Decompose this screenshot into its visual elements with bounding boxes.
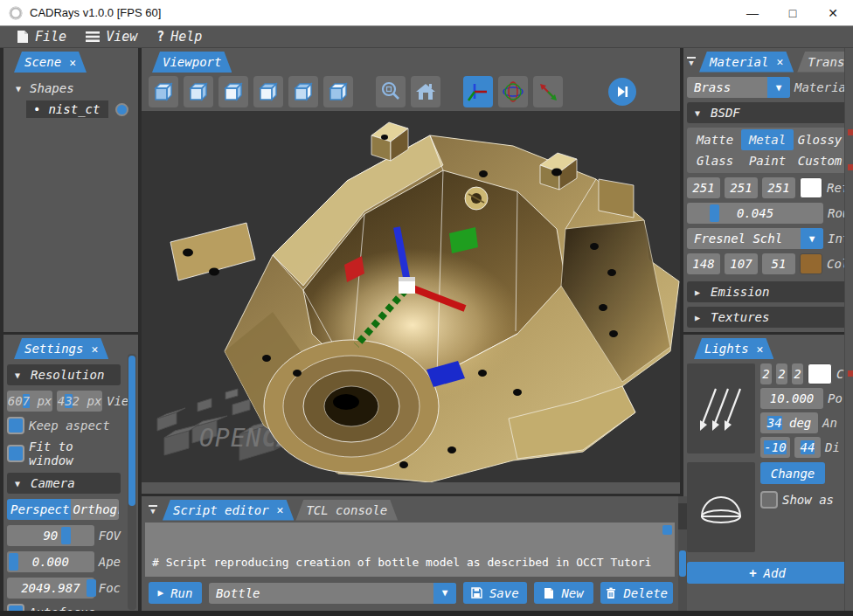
light-color-g-input[interactable]: 2: [776, 363, 787, 384]
light-power-input[interactable]: 10.000: [760, 388, 823, 409]
close-icon[interactable]: ✕: [277, 503, 284, 516]
base-color-swatch[interactable]: [800, 253, 822, 274]
material-preset-select[interactable]: Brass ▼: [687, 77, 790, 98]
visibility-toggle[interactable]: [115, 103, 128, 116]
tree-node-shapes[interactable]: ▼ Shapes: [16, 81, 133, 95]
tab-viewport[interactable]: Viewport: [152, 52, 232, 73]
slider-handle[interactable]: [9, 553, 18, 571]
interface-select[interactable]: Fresnel Schl ▼: [687, 228, 823, 249]
script-select[interactable]: Bottle ▼: [209, 583, 456, 604]
tab-lights[interactable]: Lights ✕: [694, 338, 773, 359]
home-view-button[interactable]: [411, 76, 440, 107]
add-light-button[interactable]: + Add: [687, 562, 848, 584]
light-angle-input[interactable]: 34 deg: [760, 412, 818, 433]
focal-slider[interactable]: 2049.987: [7, 578, 94, 599]
new-button[interactable]: New: [534, 582, 594, 604]
close-icon[interactable]: ✕: [757, 343, 764, 356]
directional-light-preview[interactable]: [687, 363, 755, 453]
projection-toggle[interactable]: Perspect Orthogra: [7, 499, 119, 520]
delete-button[interactable]: Delete: [600, 582, 673, 604]
resolution-height-input[interactable]: 432 px: [57, 391, 102, 412]
sidebar-scrollbar[interactable]: [678, 496, 687, 611]
chevron-down-icon[interactable]: ▼: [767, 77, 790, 98]
minimize-button[interactable]: —: [732, 0, 773, 25]
scrollbar-thumb[interactable]: [128, 356, 135, 506]
bsdf-type-metal[interactable]: Metal: [741, 129, 794, 150]
tree-node-shape[interactable]: • nist_ct: [26, 100, 133, 118]
projection-perspective[interactable]: Perspect: [7, 499, 71, 520]
menu-help[interactable]: ? Help: [149, 26, 210, 47]
view-cube-back-button[interactable]: [184, 76, 213, 107]
projection-orthographic[interactable]: Orthogra: [71, 499, 119, 520]
light-color-swatch[interactable]: [808, 363, 832, 384]
color-g-input[interactable]: 107: [725, 253, 758, 274]
script-code-area[interactable]: # Script reproducing creation of bottle …: [145, 523, 675, 577]
menu-view[interactable]: View: [78, 26, 145, 47]
light-dir-x-input[interactable]: -10: [760, 437, 790, 458]
render-view-3d[interactable]: OPENCASCADE: [142, 111, 680, 482]
collapse-panel-icon[interactable]: ▼: [687, 54, 696, 70]
section-resolution[interactable]: ▼ Resolution: [7, 364, 121, 385]
color-r-input[interactable]: 148: [687, 253, 720, 274]
section-camera[interactable]: ▼ Camera: [7, 473, 121, 494]
view-cube-bottom-button[interactable]: [323, 76, 353, 107]
maximize-button[interactable]: □: [773, 0, 813, 25]
view-cube-top-button[interactable]: [288, 76, 318, 107]
close-button[interactable]: ✕: [813, 0, 853, 25]
zoom-fit-button[interactable]: [376, 76, 406, 107]
tab-script-editor[interactable]: Script editor ✕: [163, 500, 294, 521]
reflect-color-swatch[interactable]: [800, 177, 822, 198]
roughness-slider[interactable]: 0.045: [687, 203, 823, 224]
slider-handle[interactable]: [61, 527, 71, 544]
section-emission[interactable]: ▶ Emission: [687, 281, 848, 302]
bsdf-type-glossy[interactable]: Glossy: [794, 129, 846, 150]
fov-slider[interactable]: 90: [7, 525, 94, 546]
chevron-down-icon[interactable]: ▼: [801, 228, 823, 249]
collapse-panel-icon[interactable]: ▼: [145, 502, 161, 518]
show-as-checkbox[interactable]: [760, 491, 778, 509]
light-entry-environment[interactable]: Change Show as: [687, 462, 853, 552]
bsdf-type-paint[interactable]: Paint: [741, 150, 794, 171]
save-button[interactable]: Save: [463, 582, 527, 604]
light-color-b-input[interactable]: 2: [792, 363, 803, 384]
resolution-width-input[interactable]: 607 px: [7, 391, 52, 412]
close-icon[interactable]: ✕: [91, 343, 98, 356]
section-textures[interactable]: ▶ Textures: [687, 307, 848, 328]
manipulator-button[interactable]: [533, 76, 563, 107]
change-environment-button[interactable]: Change: [760, 462, 825, 484]
chevron-down-icon[interactable]: ▼: [16, 84, 21, 93]
scrollbar-thumb[interactable]: [679, 550, 686, 577]
reflect-b-input[interactable]: 251: [762, 177, 795, 198]
trihedron-toggle-button[interactable]: [463, 76, 493, 107]
settings-scrollbar[interactable]: [128, 354, 136, 610]
rotate-gimbal-button[interactable]: [498, 76, 528, 107]
bsdf-type-glass[interactable]: Glass: [689, 150, 741, 171]
menu-file[interactable]: File: [9, 26, 74, 47]
aperture-slider[interactable]: 0.000: [7, 551, 94, 572]
close-icon[interactable]: ✕: [69, 56, 76, 69]
slider-handle[interactable]: [87, 579, 96, 597]
light-entry-directional[interactable]: 2 2 2 Co 10.000 Po 34 deg An -10 44: [687, 363, 853, 458]
code-scrollbar-thumb[interactable]: [662, 525, 672, 535]
reflect-g-input[interactable]: 251: [725, 177, 758, 198]
run-button[interactable]: ▶ Run: [149, 582, 202, 604]
color-b-input[interactable]: 51: [762, 253, 795, 274]
tab-settings[interactable]: Settings ✕: [14, 338, 108, 359]
view-cube-left-button[interactable]: [218, 76, 248, 107]
keep-aspect-checkbox[interactable]: [7, 417, 24, 434]
fit-to-window-checkbox[interactable]: [7, 445, 24, 462]
view-cube-front-button[interactable]: [149, 76, 178, 107]
tab-scene[interactable]: Scene ✕: [14, 52, 87, 73]
light-color-r-input[interactable]: 2: [760, 363, 772, 384]
environment-light-preview[interactable]: [687, 462, 755, 552]
close-icon[interactable]: ✕: [776, 55, 783, 68]
reflect-r-input[interactable]: 251: [687, 177, 720, 198]
slider-handle[interactable]: [710, 204, 719, 222]
bsdf-type-matte[interactable]: Matte: [689, 129, 741, 150]
tab-tcl-console[interactable]: TCL console: [295, 500, 398, 521]
view-cube-right-button[interactable]: [253, 76, 283, 107]
chevron-down-icon[interactable]: ▼: [433, 583, 456, 604]
tab-material[interactable]: Material ✕: [699, 52, 794, 73]
light-dir-y-input[interactable]: 44: [794, 437, 821, 458]
section-bsdf[interactable]: ▼ BSDF: [687, 102, 848, 123]
